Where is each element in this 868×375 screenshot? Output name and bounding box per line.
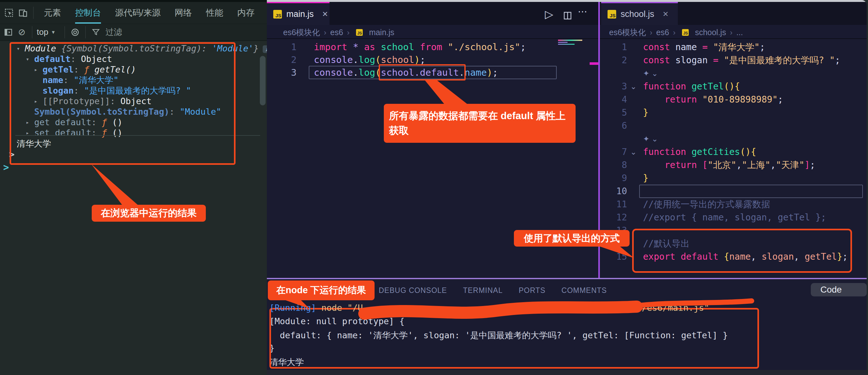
code-token: from (414, 41, 448, 52)
devtools-tab-控制台[interactable]: 控制台 (75, 2, 101, 24)
line-number: 11 (604, 198, 627, 211)
terminal-token: node (321, 303, 347, 313)
console-filter-input[interactable]: 过滤 (105, 27, 122, 38)
breadcrumb-item[interactable]: es6模块化 (609, 27, 646, 38)
code-token: . (353, 54, 358, 65)
clear-console-icon[interactable]: ⊘ (16, 27, 28, 38)
devtools-tab-源代码/来源[interactable]: 源代码/来源 (115, 2, 161, 24)
annotation-box-browser-result (9, 42, 236, 165)
devtools-scrollbar[interactable] (260, 56, 266, 105)
breadcrumb-separator: › (347, 28, 350, 37)
line-number: 12 (604, 211, 627, 224)
copilot-sparkle-icon[interactable]: ✦ ⌄ (643, 67, 658, 80)
devtools-tab-性能[interactable]: 性能 (206, 2, 223, 24)
code-token: ; (520, 41, 526, 52)
code-badge[interactable]: Code (811, 283, 867, 296)
line-number: 3 (604, 80, 627, 93)
breadcrumb-item[interactable]: es6 (656, 28, 669, 37)
fold-chevron-icon[interactable]: ⌄ (630, 80, 637, 93)
code-token: return (664, 160, 702, 170)
code-token: } (643, 107, 648, 118)
panel-tab-terminal[interactable]: TERMINAL (463, 286, 503, 295)
minimap[interactable] (558, 40, 584, 46)
annotation-label-default-property: 所有暴露的数据都需要在 default 属性上获取 (384, 104, 576, 143)
code-token: name (675, 42, 702, 52)
device-toolbar-icon[interactable] (17, 7, 29, 19)
chevron-down-icon: ▼ (51, 29, 56, 35)
panel-tab-ports[interactable]: PORTS (519, 286, 546, 295)
run-file-icon[interactable]: ▷ (545, 8, 553, 21)
context-selector[interactable]: top ▼ (37, 27, 56, 37)
code-token: "上海" (742, 160, 771, 170)
annotation-box-school-default (379, 64, 466, 81)
live-expression-icon[interactable] (69, 27, 81, 38)
breadcrumb-item[interactable]: ... (736, 28, 743, 37)
devtools-tab-内存[interactable]: 内存 (238, 2, 255, 24)
code-token: getCities (691, 147, 740, 157)
inspect-element-icon[interactable] (3, 7, 15, 19)
code-token: school (381, 54, 414, 65)
code-token: log (359, 54, 375, 65)
terminal-path-tail: /es6/main.js" (642, 303, 709, 313)
code-token: as (359, 41, 381, 52)
code-line: import * as school from "./school.js"; (314, 40, 526, 53)
javascript-file-icon: JS (608, 10, 616, 19)
breadcrumb-item[interactable]: school.js (695, 28, 726, 37)
toolbar-divider (32, 26, 32, 38)
code-token: "./school.js" (448, 41, 520, 52)
editor-tab-bar: JS main.js ✕ JS school.js ✕ ▷ ⋯ (267, 2, 867, 25)
copilot-sparkle-icon[interactable]: ✦ ⌄ (643, 132, 658, 145)
terminal-token: "/U (347, 303, 363, 313)
tab-school-js[interactable]: JS school.js ✕ (601, 2, 678, 25)
line-number: 8 (604, 158, 627, 171)
screenshot-root: 元素控制台源代码/来源网络性能内存 ⊘ top ▼ 过滤 ▾Module {Sy… (0, 0, 868, 375)
console-sidebar-icon[interactable] (3, 27, 14, 38)
code-line: } (643, 106, 648, 119)
line-number: 9 (604, 171, 627, 185)
scrollbar-cursor-marker (590, 62, 599, 65)
filter-funnel-icon[interactable] (90, 27, 102, 38)
devtools-tab-网络[interactable]: 网络 (175, 2, 192, 24)
devtools-tab-元素[interactable]: 元素 (44, 2, 61, 24)
panel-top-border (267, 278, 867, 279)
code-line: //export { name, slogan, getTel }; (643, 211, 826, 224)
code-token: const (643, 42, 675, 52)
code-line: //使用统一导出的方式暴露数据 (643, 198, 770, 211)
close-icon[interactable]: ✕ (662, 10, 669, 19)
code-line: function getTel(){ (643, 80, 740, 93)
devtools-main-toolbar: 元素控制台源代码/来源网络性能内存 (0, 2, 267, 24)
code-token: * (353, 41, 358, 52)
code-token: function (643, 81, 691, 92)
fold-chevron-icon[interactable]: ⌄ (630, 145, 637, 158)
code-token: [ (702, 160, 708, 170)
code-line: return "010-89898989"; (643, 93, 783, 106)
code-token: , (736, 160, 742, 170)
breadcrumb-item[interactable]: es6 (330, 28, 343, 37)
annotation-box-default-export (632, 229, 852, 273)
breadcrumb-separator: › (650, 28, 652, 37)
breadcrumb-school[interactable]: es6模块化›es6›JSschool.js›... (609, 27, 743, 38)
tab-main-js[interactable]: JS main.js ✕ (267, 2, 330, 25)
code-token: ; (835, 55, 840, 65)
more-actions-icon[interactable]: ⋯ (578, 6, 587, 17)
annotation-label-browser-result: 在浏览器中运行的结果 (92, 205, 206, 222)
code-token: //export { name, slogan, getTel }; (643, 212, 826, 223)
split-editor-icon[interactable] (563, 10, 572, 23)
breadcrumb-separator: › (730, 28, 733, 37)
code-token: "北京" (708, 160, 736, 170)
panel-tab-comments[interactable]: COMMENTS (561, 286, 607, 295)
line-number: 10 (604, 185, 627, 198)
tab-label: school.js (621, 9, 654, 19)
code-token: "是中国最难考的大学吗? " (724, 55, 835, 65)
code-token: "天津" (776, 160, 804, 170)
panel-tab-debug-console[interactable]: DEBUG CONSOLE (379, 286, 447, 295)
breadcrumb-main[interactable]: es6模块化›es6›JSmain.js (283, 27, 394, 38)
code-token: (){ (740, 147, 756, 157)
console-input-prompt[interactable]: > (3, 162, 9, 173)
line-number: 3 (274, 66, 297, 79)
breadcrumb-item[interactable]: main.js (369, 28, 394, 37)
breadcrumb-item[interactable]: es6模块化 (283, 27, 320, 38)
code-token: = (702, 42, 713, 52)
close-icon[interactable]: ✕ (322, 10, 328, 19)
code-token: ; (810, 160, 815, 170)
